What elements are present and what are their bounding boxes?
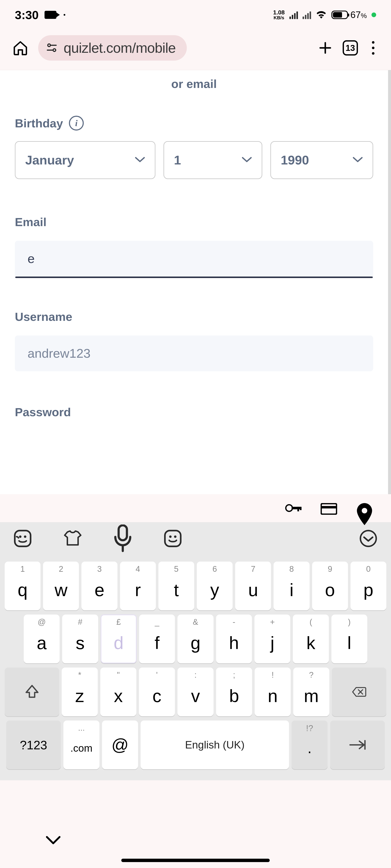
key-n[interactable]: !n: [255, 668, 291, 716]
key-k[interactable]: (k: [293, 615, 329, 663]
year-select[interactable]: 1990: [270, 141, 373, 179]
status-time: 3:30: [15, 8, 38, 22]
key-w[interactable]: 2w: [43, 562, 79, 610]
svg-point-16: [169, 535, 172, 538]
chevron-down-icon: [353, 156, 363, 164]
key-u[interactable]: 7u: [235, 562, 271, 610]
battery-icon: [331, 10, 348, 19]
username-label: Username: [15, 310, 72, 323]
key-y[interactable]: 6y: [197, 562, 233, 610]
svg-point-2: [53, 49, 56, 52]
screen-record-icon: [44, 11, 56, 19]
url-text: quizlet.com/mobile: [64, 40, 176, 56]
key-f[interactable]: _f: [139, 615, 175, 663]
keyboard-suggestion-bar: [0, 522, 391, 553]
wifi-icon: [316, 10, 327, 20]
keyboard: 1q2w3e4r5t6y7u8i9o0p @a#s£d_f&g-h+j(k)l …: [0, 553, 391, 780]
emoji-icon[interactable]: [164, 529, 182, 548]
key-i[interactable]: 8i: [273, 562, 309, 610]
collapse-keyboard-icon[interactable]: [359, 529, 378, 548]
chevron-down-icon: [135, 156, 145, 164]
sticker-icon[interactable]: [13, 529, 32, 548]
key-c[interactable]: 'c: [139, 668, 175, 716]
status-bar: 3:30 1.08 KB/s 67%: [0, 0, 391, 30]
space-key[interactable]: English (UK): [141, 720, 289, 769]
email-field[interactable]: e: [15, 241, 373, 277]
svg-point-12: [19, 535, 22, 538]
key-z[interactable]: *z: [62, 668, 98, 716]
or-email-divider: or email: [15, 70, 373, 99]
backspace-key[interactable]: [332, 668, 386, 716]
browser-toolbar: quizlet.com/mobile 13: [0, 30, 391, 70]
home-indicator[interactable]: [121, 859, 270, 862]
page-content: or email Birthday i January 1 1990 Email…: [0, 70, 391, 523]
key-x[interactable]: "x: [100, 668, 136, 716]
chevron-down-icon: [242, 156, 252, 164]
key-a[interactable]: @a: [24, 615, 60, 663]
info-icon[interactable]: i: [69, 116, 84, 130]
tshirt-icon[interactable]: [64, 529, 82, 548]
month-select[interactable]: January: [15, 141, 155, 179]
network-speed: 1.08 KB/s: [273, 9, 285, 20]
password-key-icon[interactable]: [285, 503, 302, 516]
key-s[interactable]: #s: [62, 615, 98, 663]
day-select[interactable]: 1: [163, 141, 262, 179]
nav-bar: [0, 829, 391, 868]
svg-rect-14: [119, 525, 127, 540]
tabs-button[interactable]: 13: [343, 40, 358, 56]
svg-rect-15: [165, 531, 181, 547]
key-o[interactable]: 9o: [312, 562, 348, 610]
shift-key[interactable]: [5, 668, 59, 716]
next-key[interactable]: [330, 720, 385, 769]
address-bar[interactable]: quizlet.com/mobile: [38, 35, 187, 61]
email-label: Email: [15, 215, 47, 229]
key-q[interactable]: 1q: [5, 562, 40, 610]
keyboard-area: 1q2w3e4r5t6y7u8i9o0p @a#s£d_f&g-h+j(k)l …: [0, 494, 391, 868]
key-r[interactable]: 4r: [120, 562, 156, 610]
svg-rect-8: [321, 503, 336, 514]
key-h[interactable]: -h: [216, 615, 252, 663]
dotcom-key[interactable]: ....com: [63, 720, 99, 769]
key-e[interactable]: 3e: [82, 562, 117, 610]
svg-rect-11: [15, 531, 31, 547]
svg-rect-5: [292, 507, 301, 509]
key-t[interactable]: 5t: [158, 562, 194, 610]
location-pin-icon[interactable]: [356, 503, 373, 516]
key-v[interactable]: :v: [178, 668, 213, 716]
svg-rect-6: [297, 507, 299, 512]
status-dot-icon: [64, 14, 65, 16]
birthday-label: Birthday: [15, 116, 63, 130]
svg-point-4: [286, 505, 292, 512]
battery-percent: 67%: [351, 9, 367, 20]
svg-point-13: [24, 535, 26, 538]
period-key[interactable]: !?.: [292, 720, 328, 769]
key-m[interactable]: ?m: [293, 668, 329, 716]
password-label: Password: [15, 405, 71, 419]
site-settings-icon: [46, 42, 58, 54]
svg-rect-9: [321, 506, 336, 508]
key-b[interactable]: ;b: [216, 668, 252, 716]
svg-point-18: [360, 531, 377, 547]
microphone-icon[interactable]: [114, 529, 132, 548]
payment-card-icon[interactable]: [321, 503, 337, 516]
signal-icon: [303, 10, 311, 19]
accessory-bar: [0, 494, 391, 522]
key-l[interactable]: )l: [331, 615, 367, 663]
at-key[interactable]: @: [102, 720, 138, 769]
username-field[interactable]: andrew123: [15, 336, 373, 371]
more-menu-button[interactable]: [368, 41, 379, 55]
key-p[interactable]: 0p: [351, 562, 386, 610]
symbols-key[interactable]: ?123: [6, 720, 61, 769]
hide-keyboard-button[interactable]: [46, 836, 61, 846]
key-g[interactable]: &g: [178, 615, 213, 663]
signal-icon: [290, 10, 298, 19]
key-d[interactable]: £d: [101, 615, 137, 663]
svg-point-17: [174, 535, 176, 538]
svg-point-0: [48, 44, 51, 46]
new-tab-button[interactable]: [318, 40, 333, 56]
key-j[interactable]: +j: [254, 615, 290, 663]
home-button[interactable]: [12, 40, 28, 56]
svg-point-10: [362, 508, 367, 514]
svg-rect-7: [300, 507, 302, 510]
camera-active-dot-icon: [371, 12, 376, 17]
